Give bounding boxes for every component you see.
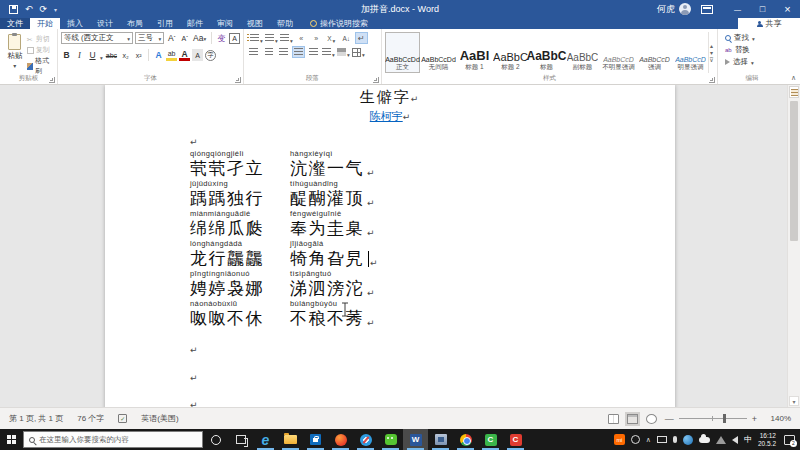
align-center-button[interactable] (262, 46, 275, 58)
web-layout-icon[interactable] (646, 414, 657, 424)
c-red-taskbar-item[interactable]: C (503, 429, 528, 450)
style-no-spacing[interactable]: AaBbCcDd无间隔 (421, 32, 456, 73)
style-emphasis[interactable]: AaBbCcD强调 (637, 32, 672, 73)
style-subtitle[interactable]: AaBbC副标题 (565, 32, 600, 73)
customize-qat-dropdown-icon[interactable] (54, 4, 57, 14)
bullets-button[interactable] (247, 32, 263, 44)
store-taskbar-item[interactable] (303, 429, 328, 450)
tell-me-search[interactable]: 操作说明搜索 (310, 18, 368, 29)
italic-button[interactable]: I (74, 49, 85, 61)
phonetic-guide-button[interactable]: 变 (216, 32, 227, 44)
maximize-button[interactable] (750, 0, 775, 18)
search-input[interactable] (39, 435, 197, 444)
network-icon[interactable] (716, 436, 726, 444)
align-left-button[interactable] (247, 46, 260, 58)
tab-help[interactable]: 帮助 (270, 18, 300, 29)
styles-dialog-launcher[interactable] (709, 77, 715, 83)
distribute-button[interactable] (307, 46, 320, 58)
tab-insert[interactable]: 插入 (60, 18, 90, 29)
volume-icon[interactable] (732, 436, 738, 444)
font-dialog-launcher[interactable] (235, 77, 241, 83)
copy-button[interactable]: 复制 (27, 45, 54, 55)
close-button[interactable] (775, 0, 800, 18)
text-highlight-button[interactable]: ab (166, 49, 177, 61)
display-icon[interactable] (657, 436, 667, 443)
chevron-down-icon[interactable] (158, 34, 161, 43)
app-taskbar-item[interactable] (428, 429, 453, 450)
style-heading1[interactable]: AaBl标题 1 (457, 32, 492, 73)
file-explorer-taskbar-item[interactable] (278, 429, 303, 450)
paragraph-dialog-launcher[interactable] (373, 77, 379, 83)
zoom-out-button[interactable]: — (665, 414, 674, 424)
bold-button[interactable]: B (61, 49, 72, 61)
subscript-button[interactable]: x₂ (120, 49, 131, 61)
change-case-button[interactable]: Aa (192, 32, 207, 44)
cut-button[interactable]: 剪切 (27, 34, 54, 44)
font-size-combobox[interactable]: 三号 (135, 32, 164, 44)
notification-center-icon[interactable]: 2 (784, 435, 795, 445)
style-subtle-emphasis[interactable]: AaBbCcD不明显强调 (601, 32, 636, 73)
document-page[interactable]: 生僻字↵ 陈柯宇↵ ↵ qióngqióngjiélì茕茕孑立 hàngxièy… (105, 85, 675, 407)
clipboard-dialog-launcher[interactable] (49, 77, 55, 83)
scroll-down-arrow[interactable] (789, 396, 799, 406)
align-right-button[interactable] (277, 46, 290, 58)
paste-dropdown-icon[interactable] (13, 61, 16, 70)
justify-button[interactable] (292, 46, 305, 58)
tab-references[interactable]: 引用 (150, 18, 180, 29)
print-layout-icon[interactable] (627, 414, 638, 424)
vertical-scrollbar[interactable] (787, 85, 800, 407)
zoom-level[interactable]: 140% (765, 414, 791, 423)
c-green-taskbar-item[interactable]: C (478, 429, 503, 450)
replace-button[interactable]: ab替换 (721, 45, 783, 55)
start-button[interactable] (0, 429, 23, 450)
format-painter-button[interactable]: 格式刷 (27, 56, 54, 76)
page-indicator[interactable]: 第 1 页, 共 1 页 (9, 413, 63, 424)
account-chip[interactable]: 何虎 (657, 3, 691, 16)
edge-taskbar-item[interactable]: e (253, 429, 278, 450)
styles-more-icon[interactable] (709, 57, 713, 63)
ribbon-display-options-icon[interactable] (701, 5, 713, 14)
save-icon[interactable] (9, 5, 18, 14)
tab-review[interactable]: 审阅 (210, 18, 240, 29)
ruler-toggle-button[interactable] (789, 86, 799, 98)
chevron-down-icon[interactable] (127, 34, 130, 43)
tab-home[interactable]: 开始 (30, 18, 60, 29)
character-border-button[interactable]: A (229, 33, 240, 44)
minimize-button[interactable] (725, 0, 750, 18)
find-button[interactable]: 查找 (721, 33, 783, 43)
cloud-icon[interactable] (699, 437, 710, 443)
enclose-characters-button[interactable]: 字 (205, 50, 216, 61)
underline-button[interactable]: U (87, 49, 98, 61)
cortana-button[interactable] (203, 429, 228, 450)
zoom-slider[interactable] (679, 418, 747, 419)
shading-button[interactable] (337, 46, 350, 58)
thunderbird-icon[interactable] (683, 435, 693, 445)
steam-icon[interactable] (631, 435, 640, 444)
mi-icon[interactable]: mi (614, 434, 625, 445)
word-count[interactable]: 76 个字 (77, 413, 104, 424)
select-button[interactable]: 选择 (721, 57, 783, 67)
underline-dropdown-icon[interactable] (100, 46, 103, 64)
hidden-icons-chevron[interactable] (646, 435, 651, 444)
tab-view[interactable]: 视图 (240, 18, 270, 29)
multilevel-list-button[interactable] (280, 32, 293, 44)
font-color-button[interactable]: A (179, 49, 190, 61)
strikethrough-button[interactable]: abc (105, 49, 118, 61)
tab-design[interactable]: 设计 (90, 18, 120, 29)
increase-indent-button[interactable]: » (310, 32, 323, 44)
task-view-button[interactable] (228, 429, 253, 450)
styles-scroll-down-icon[interactable] (710, 50, 713, 56)
proofing-status-icon[interactable] (118, 414, 127, 423)
line-spacing-button[interactable] (322, 46, 335, 58)
language-indicator[interactable]: 英语(美国) (141, 413, 178, 424)
shrink-font-button[interactable]: Aˇ (179, 32, 190, 44)
style-intense-emphasis[interactable]: AaBbCcD明显强调 (673, 32, 708, 73)
collapse-ribbon-icon[interactable] (791, 74, 796, 82)
browser-ball-taskbar-item[interactable] (328, 429, 353, 450)
numbering-button[interactable] (265, 32, 278, 44)
borders-button[interactable] (352, 46, 365, 58)
character-shading-button[interactable]: A (192, 49, 203, 61)
zoom-in-button[interactable]: + (752, 414, 757, 424)
styles-scroll-up-icon[interactable] (710, 43, 713, 49)
text-effects-button[interactable]: A (153, 49, 164, 61)
